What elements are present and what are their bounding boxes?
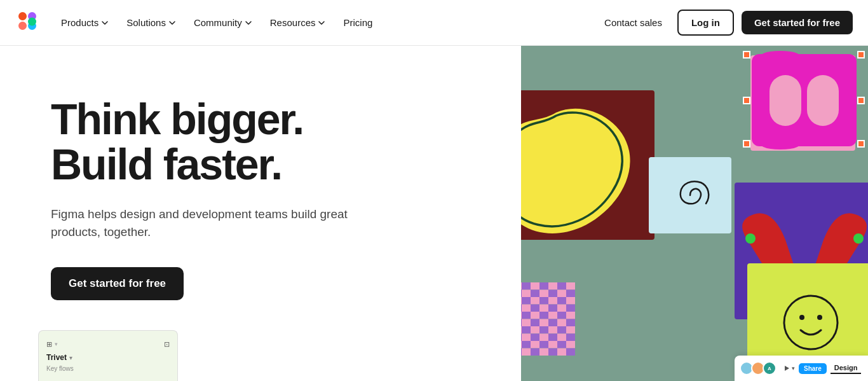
svg-rect-5	[752, 54, 857, 146]
prototype-tab[interactable]: Prototype	[865, 363, 868, 373]
nav-resources[interactable]: Resources	[262, 12, 334, 33]
toolbar-tool-icon: ⊞ ▾	[46, 340, 58, 349]
selection-handle-mr	[857, 97, 865, 104]
figma-ui-bar: A ▾ Share Design Prototype 100% ▾	[735, 356, 868, 381]
hero-section: Think bigger. Build faster. Figma helps …	[0, 46, 868, 381]
hero-title: Think bigger. Build faster.	[51, 97, 483, 188]
page-name: Key flows	[46, 365, 170, 372]
nav-community[interactable]: Community	[186, 12, 260, 33]
selection-handle-ml	[743, 97, 750, 104]
svg-rect-7	[807, 75, 839, 126]
selection-handle-tr	[857, 51, 865, 59]
selection-handle-tl	[743, 51, 750, 59]
hero-subtitle: Figma helps design and development teams…	[51, 205, 381, 242]
avatar-group: A	[740, 361, 776, 375]
svg-point-17	[799, 315, 804, 320]
blob-shape	[521, 81, 654, 246]
share-button[interactable]: Share	[799, 363, 827, 374]
selection-handle-br	[857, 140, 865, 148]
svg-point-8	[745, 233, 756, 244]
light-blue-square	[649, 157, 731, 233]
svg-point-9	[853, 233, 864, 244]
nav-right: Contact sales Log in Get started for fre…	[597, 10, 853, 36]
svg-rect-0	[18, 12, 27, 20]
figma-logo[interactable]	[15, 9, 53, 37]
nav-links: Products Solutions Community Resources P…	[53, 12, 597, 33]
contact-sales-link[interactable]: Contact sales	[597, 12, 670, 33]
checker-square	[521, 282, 575, 356]
chevron-down-icon	[318, 19, 325, 27]
svg-point-4	[28, 17, 36, 25]
magenta-shape	[745, 51, 863, 149]
svg-rect-15	[521, 282, 575, 356]
checker-pattern	[521, 282, 575, 356]
login-button[interactable]: Log in	[677, 10, 734, 36]
editor-toolbar: ⊞ ▾ ⊡ Trivet ▾ Key flows	[46, 340, 170, 372]
editor-preview: ⊞ ▾ ⊡ Trivet ▾ Key flows	[38, 330, 178, 381]
selection-handle-bl	[743, 140, 750, 148]
nav-solutions[interactable]: Solutions	[119, 12, 184, 33]
hero-left: Think bigger. Build faster. Figma helps …	[0, 46, 521, 381]
nav-pricing[interactable]: Pricing	[336, 12, 380, 33]
navbar: Products Solutions Community Resources P…	[0, 0, 868, 46]
svg-point-16	[784, 296, 837, 349]
chevron-down-icon	[168, 19, 176, 27]
chevron-down-icon	[245, 19, 252, 27]
svg-marker-19	[785, 366, 789, 371]
spiral-icon	[668, 173, 712, 218]
play-icon[interactable]: ▾	[783, 364, 795, 372]
get-started-nav-button[interactable]: Get started for free	[742, 11, 853, 34]
design-tab[interactable]: Design	[831, 363, 862, 374]
avatar-3: A	[763, 361, 776, 375]
smiley-icon	[779, 291, 843, 354]
svg-rect-1	[18, 22, 27, 30]
svg-rect-6	[770, 75, 801, 126]
svg-point-18	[817, 315, 822, 320]
toolbar-layout-icon: ⊡	[164, 340, 170, 349]
project-name: Trivet	[46, 353, 67, 362]
get-started-hero-button[interactable]: Get started for free	[51, 267, 184, 300]
chevron-down-icon	[101, 19, 109, 27]
hero-right: A ▾ Share Design Prototype 100% ▾	[521, 46, 868, 381]
nav-products[interactable]: Products	[53, 12, 116, 33]
